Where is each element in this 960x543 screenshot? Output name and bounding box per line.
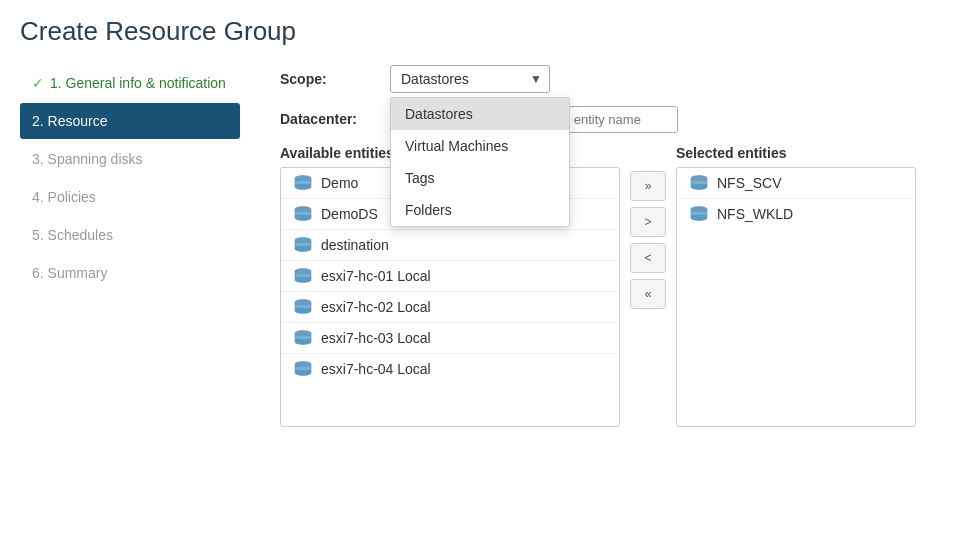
scope-option-vms[interactable]: Virtual Machines: [391, 130, 569, 162]
entity-name: DemoDS: [321, 206, 378, 222]
sidebar-item-step-6[interactable]: 6. Summary: [20, 255, 240, 291]
add-button[interactable]: >: [630, 207, 666, 237]
database-icon: [293, 206, 313, 222]
step-3-label: 3. Spanning disks: [32, 151, 143, 167]
selected-entities-container: Selected entities NFS_: [676, 145, 916, 427]
check-icon: ✓: [32, 75, 44, 91]
entity-name: esxi7-hc-03 Local: [321, 330, 431, 346]
step-5-label: 5. Schedules: [32, 227, 113, 243]
scope-dropdown-wrapper: Datastores Virtual Machines Tags Folders…: [390, 65, 550, 93]
database-icon: [293, 237, 313, 253]
database-icon: [689, 206, 709, 222]
scope-option-folders[interactable]: Folders: [391, 194, 569, 226]
step-4-label: 4. Policies: [32, 189, 96, 205]
sidebar-item-step-4[interactable]: 4. Policies: [20, 179, 240, 215]
datacenter-row: Datacenter: ▼: [280, 105, 940, 133]
list-item[interactable]: esxi7-hc-03 Local: [281, 323, 619, 354]
list-item[interactable]: NFS_WKLD: [677, 199, 915, 229]
main-content: Scope: Datastores Virtual Machines Tags …: [260, 65, 940, 527]
list-item[interactable]: destination: [281, 230, 619, 261]
steps-sidebar: ✓ 1. General info & notification 2. Reso…: [20, 65, 260, 527]
sidebar-item-step-3[interactable]: 3. Spanning disks: [20, 141, 240, 177]
step-2-label: 2. Resource: [32, 113, 107, 129]
entity-name: destination: [321, 237, 389, 253]
list-item[interactable]: NFS_SCV: [677, 168, 915, 199]
datacenter-label: Datacenter:: [280, 105, 390, 127]
database-icon: [293, 175, 313, 191]
sidebar-item-step-2[interactable]: 2. Resource: [20, 103, 240, 139]
remove-all-button[interactable]: «: [630, 279, 666, 309]
sidebar-item-step-1[interactable]: ✓ 1. General info & notification: [20, 65, 240, 101]
selected-entity-name: NFS_WKLD: [717, 206, 793, 222]
scope-row: Scope: Datastores Virtual Machines Tags …: [280, 65, 940, 93]
transfer-buttons-group: » > < «: [620, 171, 676, 309]
list-item[interactable]: esxi7-hc-04 Local: [281, 354, 619, 384]
scope-option-tags[interactable]: Tags: [391, 162, 569, 194]
scope-select[interactable]: Datastores Virtual Machines Tags Folders: [390, 65, 550, 93]
entity-name: esxi7-hc-01 Local: [321, 268, 431, 284]
scope-label: Scope:: [280, 65, 390, 87]
page-title: Create Resource Group: [20, 16, 940, 47]
step-6-label: 6. Summary: [32, 265, 107, 281]
database-icon: [293, 330, 313, 346]
scope-option-datastores[interactable]: Datastores: [391, 98, 569, 130]
add-all-button[interactable]: »: [630, 171, 666, 201]
list-item[interactable]: esxi7-hc-02 Local: [281, 292, 619, 323]
list-item[interactable]: esxi7-hc-01 Local: [281, 261, 619, 292]
database-icon: [293, 361, 313, 377]
selected-entity-name: NFS_SCV: [717, 175, 782, 191]
database-icon: [689, 175, 709, 191]
scope-dropdown-open: Datastores Virtual Machines Tags Folders: [390, 97, 570, 227]
step-1-label: 1. General info & notification: [50, 75, 226, 91]
entity-name: esxi7-hc-02 Local: [321, 299, 431, 315]
entity-name: esxi7-hc-04 Local: [321, 361, 431, 377]
database-icon: [293, 299, 313, 315]
remove-button[interactable]: <: [630, 243, 666, 273]
sidebar-item-step-5[interactable]: 5. Schedules: [20, 217, 240, 253]
selected-entities-list: NFS_SCV NFS_WKLD: [676, 167, 916, 427]
entity-name: Demo: [321, 175, 358, 191]
selected-entities-label: Selected entities: [676, 145, 916, 161]
database-icon: [293, 268, 313, 284]
transfer-area: Available entities Dem: [280, 145, 940, 427]
